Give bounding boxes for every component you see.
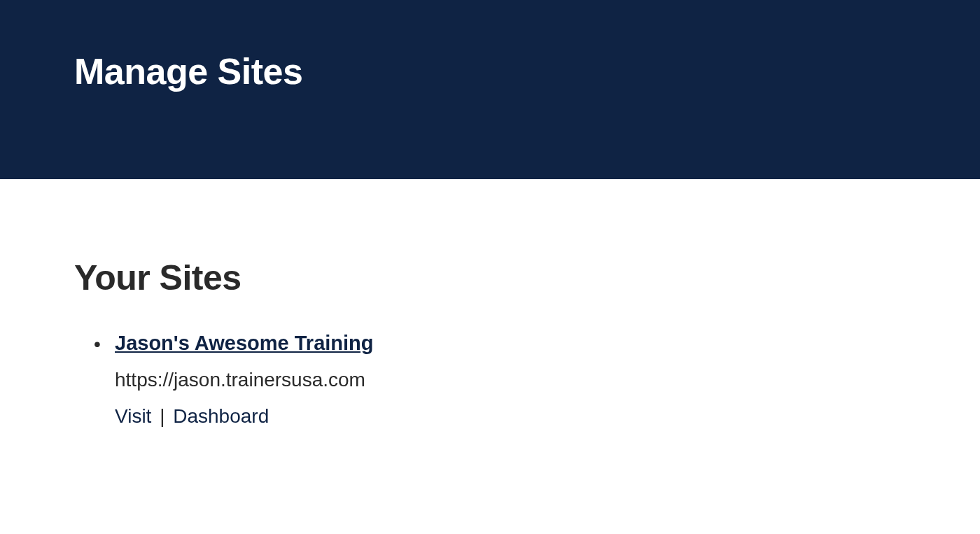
page-header: Manage Sites — [0, 0, 980, 179]
site-actions: Visit | Dashboard — [115, 405, 980, 428]
section-title: Your Sites — [74, 258, 980, 298]
site-name-link[interactable]: Jason's Awesome Training — [115, 332, 374, 355]
visit-link[interactable]: Visit — [115, 405, 151, 427]
sites-list: Jason's Awesome Training https://jason.t… — [74, 332, 980, 428]
page-content: Your Sites Jason's Awesome Training http… — [0, 179, 980, 428]
site-item: Jason's Awesome Training https://jason.t… — [115, 332, 980, 428]
site-url: https://jason.trainersusa.com — [115, 369, 980, 391]
action-separator: | — [154, 405, 170, 427]
dashboard-link[interactable]: Dashboard — [173, 405, 269, 427]
page-title: Manage Sites — [74, 50, 980, 92]
